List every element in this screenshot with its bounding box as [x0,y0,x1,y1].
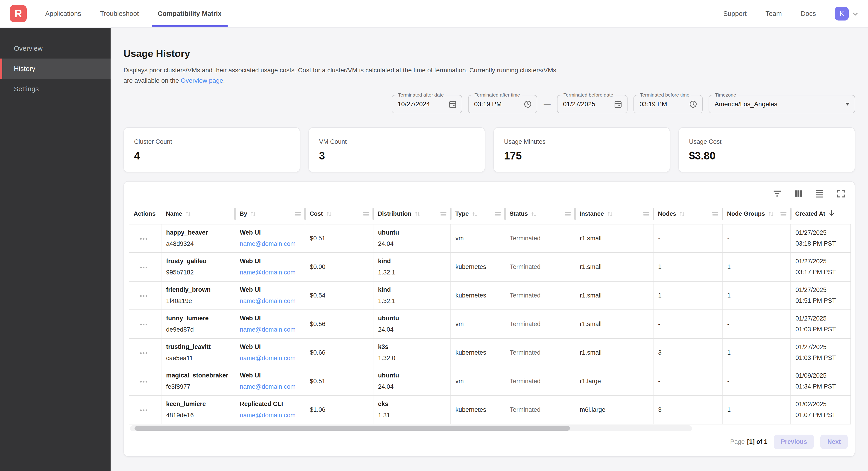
row-actions-button[interactable] [138,235,149,242]
drag-handle-icon[interactable] [565,211,571,216]
cell-node-groups: 1 [722,338,790,367]
user-email-link[interactable]: name@domain.com [240,297,300,305]
instance-value: r1.small [580,292,602,299]
cell-cost: $0.56 [305,310,373,338]
horizontal-scrollbar-track [130,425,692,431]
column-header-by[interactable]: By [235,204,305,224]
table-row: keen_lumiere4819de16Replicated CLIname@d… [129,395,850,424]
nodes-value: 3 [658,406,661,413]
nav-link-team[interactable]: Team [766,10,782,18]
created-by: Web UI [240,229,300,236]
page-description: Displays prior clusters/VMs and their as… [123,65,560,86]
replicated-logo-icon[interactable]: R [10,5,27,22]
sidebar-item-history[interactable]: History [0,59,111,79]
sidebar-item-settings[interactable]: Settings [0,79,111,99]
filter-field-label: Terminated after time [473,92,522,98]
row-actions-button[interactable] [138,350,149,357]
clock-icon[interactable] [689,100,698,109]
cell-nodes: - [653,310,722,338]
node-groups-value: - [727,235,729,242]
row-actions-button[interactable] [138,321,149,328]
created-by: Web UI [240,258,300,265]
drag-handle-icon[interactable] [363,211,369,216]
cell-name: keen_lumiere4819de16 [161,395,235,424]
column-header-label: Status [509,210,528,217]
column-header-type[interactable]: Type [451,204,505,224]
sidebar-item-overview[interactable]: Overview [0,38,111,59]
cell-cost: $0.54 [305,281,373,310]
user-email-link[interactable]: name@domain.com [240,240,300,247]
cluster-id: 995b7182 [166,269,230,276]
filter-field-terminated-before-time[interactable]: Terminated before time03:19 PM [633,95,703,113]
cell-by: Web UIname@domain.com [235,253,305,281]
cluster-name: magical_stonebraker [166,372,230,379]
filter-field-terminated-before-date[interactable]: Terminated before date01/27/2025 [557,95,627,113]
created-time: 03:17 PM PST [796,269,846,276]
overview-page-link[interactable]: Overview page [181,77,223,84]
column-header-label: Cost [310,210,323,217]
user-email-link[interactable]: name@domain.com [240,383,300,390]
cell-actions [129,395,161,424]
tab-applications[interactable]: Applications [39,0,87,27]
column-header-cost[interactable]: Cost [305,204,373,224]
columns-icon[interactable] [793,188,804,199]
nav-link-support[interactable]: Support [723,10,747,18]
row-actions-button[interactable] [138,292,149,300]
status-badge: Terminated [510,349,541,356]
column-header-nodes[interactable]: Nodes [653,204,722,224]
description-period: . [223,77,225,84]
drag-handle-icon[interactable] [712,211,718,216]
sort-icon [471,210,478,217]
cell-nodes: 1 [653,281,722,310]
drag-handle-icon[interactable] [295,211,301,216]
cluster-id: cae5ea11 [166,355,230,362]
cell-name: frosty_galileo995b7182 [161,253,235,281]
column-header-created-at[interactable]: Created At [790,204,850,224]
column-header-instance[interactable]: Instance [575,204,653,224]
column-header-name[interactable]: Name [161,204,235,224]
tab-troubleshoot[interactable]: Troubleshoot [94,0,145,27]
clock-icon[interactable] [523,100,532,109]
drag-handle-icon[interactable] [643,211,649,216]
row-actions-button[interactable] [138,264,149,271]
column-header-node-groups[interactable]: Node Groups [722,204,790,224]
drag-handle-icon[interactable] [780,211,786,216]
stat-value: 3 [319,150,474,162]
row-actions-button[interactable] [138,407,149,414]
fullscreen-icon[interactable] [836,188,846,199]
sidebar-item-label: Settings [14,85,39,93]
drag-handle-icon[interactable] [440,211,446,216]
horizontal-scrollbar-thumb[interactable] [134,426,570,431]
row-actions-button[interactable] [138,378,149,385]
calendar-icon[interactable] [614,100,622,109]
cell-nodes: 3 [653,395,722,424]
calendar-icon[interactable] [448,100,457,109]
drag-handle-icon[interactable] [495,211,501,216]
cell-status: Terminated [505,338,575,367]
density-icon[interactable] [814,188,825,199]
filter-field-terminated-after-date[interactable]: Terminated after date10/27/2024 [392,95,462,113]
column-header-status[interactable]: Status [505,204,575,224]
table-row: happy_beavera48d9324Web UIname@domain.co… [129,224,850,253]
cluster-id: fe3f8977 [166,383,230,390]
user-email-link[interactable]: name@domain.com [240,269,300,276]
previous-page-button[interactable]: Previous [774,435,814,449]
user-email-link[interactable]: name@domain.com [240,412,300,419]
timezone-select[interactable]: Timezone America/Los_Angeles [709,95,855,113]
account-menu-button[interactable]: K [835,7,859,21]
sort-icon [326,210,332,217]
filter-field-terminated-after-time[interactable]: Terminated after time03:19 PM [468,95,537,113]
cell-name: happy_beavera48d9324 [161,224,235,253]
filter-icon[interactable] [772,188,782,199]
user-email-link[interactable]: name@domain.com [240,326,300,333]
created-date: 01/27/2025 [796,315,846,322]
created-date: 01/27/2025 [796,229,846,236]
nodes-value: - [658,321,660,327]
next-page-button[interactable]: Next [820,435,848,449]
nav-link-docs[interactable]: Docs [801,10,816,18]
filter-field-label: Terminated before date [562,92,615,98]
tab-compatibility-matrix[interactable]: Compatibility Matrix [152,0,227,27]
column-header-distribution[interactable]: Distribution [373,204,451,224]
user-email-link[interactable]: name@domain.com [240,355,300,362]
sidebar-item-label: Overview [14,45,42,52]
